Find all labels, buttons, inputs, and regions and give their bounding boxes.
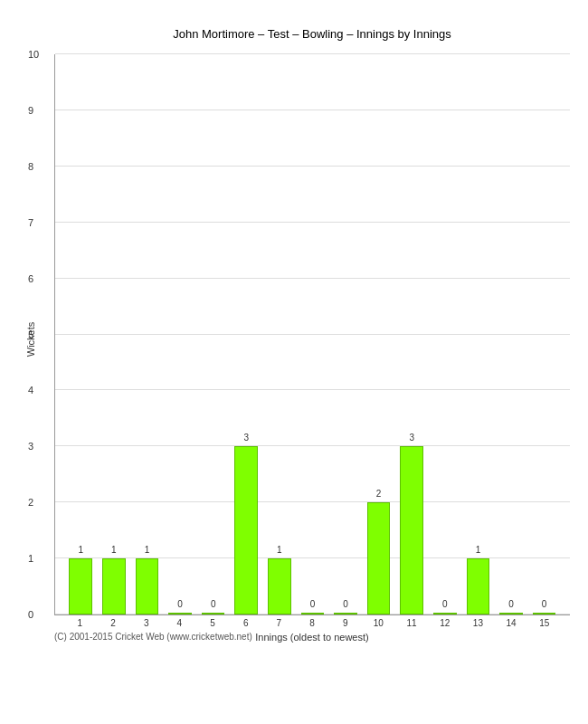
bar-group: 0 (495, 54, 528, 614)
bar-value-label: 1 (476, 545, 481, 555)
x-tick-label: 11 (395, 615, 429, 628)
x-tick-label: 6 (229, 615, 262, 628)
x-tick-label: 12 (428, 615, 461, 628)
chart-title: John Mortimore – Test – Bowling – Inning… (54, 27, 570, 41)
bar: 1 (69, 558, 92, 614)
bar-group: 0 (296, 54, 329, 614)
y-tick-label: 4 (28, 385, 33, 395)
bar-group: 2 (362, 54, 395, 614)
x-tick-label: 8 (296, 615, 329, 628)
bar-group: 3 (230, 54, 263, 614)
chart-container: John Mortimore – Test – Bowling – Inning… (0, 0, 588, 724)
bar: 1 (268, 558, 291, 614)
bar: 1 (136, 558, 159, 614)
bar-group: 1 (130, 54, 164, 614)
bar-group: 1 (263, 54, 297, 614)
bar: 3 (400, 446, 423, 614)
bar: 3 (234, 446, 258, 614)
x-tick-label: 14 (495, 615, 528, 628)
bar-value-label: 1 (277, 545, 282, 555)
bar-group: 0 (196, 54, 230, 614)
bar-value-label: 0 (211, 599, 216, 609)
bar-group: 3 (395, 54, 429, 614)
bars-container: 111003100230100 (55, 54, 570, 614)
x-tick-label: 1 (63, 615, 97, 628)
bar-value-label: 2 (376, 489, 382, 499)
chart-area: 012345678910 111003100230100 (54, 54, 570, 615)
bar: 0 (334, 613, 357, 614)
y-tick-label: 5 (28, 329, 33, 340)
bar-value-label: 0 (542, 599, 547, 609)
bar-value-label: 0 (177, 599, 183, 609)
bar-group: 1 (461, 54, 495, 614)
bar-group: 0 (329, 54, 363, 614)
y-tick-label: 7 (28, 217, 33, 228)
bar: 0 (168, 613, 192, 614)
bar-value-label: 3 (243, 433, 249, 443)
x-tick-label: 4 (163, 615, 196, 628)
bar-value-label: 1 (79, 545, 84, 555)
bar-value-label: 0 (508, 599, 514, 609)
bar-group: 1 (98, 54, 131, 614)
bar-value-label: 3 (409, 433, 414, 443)
bar: 0 (433, 613, 457, 614)
bar-group: 1 (64, 54, 98, 614)
bar: 2 (367, 502, 391, 614)
bar-group: 0 (527, 54, 561, 614)
x-ticks-row: 123456789101112131415 (54, 615, 570, 628)
x-tick-label: 3 (129, 615, 163, 628)
x-tick-label: 2 (97, 615, 130, 628)
bar-value-label: 0 (343, 599, 348, 609)
y-tick-label: 10 (28, 49, 39, 60)
bar-value-label: 0 (310, 599, 316, 609)
bar: 0 (533, 613, 556, 614)
bar-group: 0 (164, 54, 197, 614)
x-tick-label: 9 (328, 615, 362, 628)
bar-group: 0 (429, 54, 462, 614)
y-tick-label: 6 (28, 273, 33, 284)
bar: 0 (499, 613, 523, 614)
x-tick-label: 13 (461, 615, 495, 628)
bar-value-label: 1 (111, 545, 117, 555)
y-tick-label: 0 (28, 609, 33, 620)
x-tick-label: 5 (196, 615, 230, 628)
y-tick-label: 9 (28, 105, 33, 116)
bar: 0 (202, 613, 225, 614)
y-tick-label: 8 (28, 161, 33, 172)
bar-value-label: 1 (145, 545, 150, 555)
bar: 1 (467, 558, 490, 614)
x-tick-label: 15 (527, 615, 561, 628)
y-tick-label: 2 (28, 497, 33, 508)
x-tick-label: 7 (262, 615, 296, 628)
bar: 0 (301, 613, 325, 614)
y-tick-label: 3 (28, 441, 33, 452)
y-tick-label: 1 (28, 553, 33, 564)
x-axis-label: Innings (oldest to newest) (54, 632, 570, 643)
x-tick-label: 10 (362, 615, 395, 628)
bar: 1 (102, 558, 126, 614)
bar-value-label: 0 (442, 599, 448, 609)
